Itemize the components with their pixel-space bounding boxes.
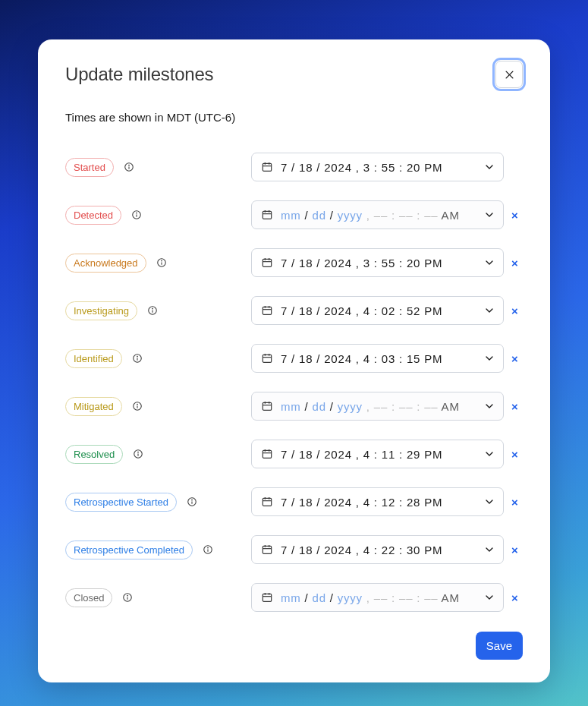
svg-rect-5 — [263, 163, 271, 171]
milestone-row-identified: Identified7 / 18 / 2024 , 4 : 03 : 15 PM… — [65, 344, 523, 373]
calendar-icon — [261, 257, 273, 269]
svg-rect-33 — [263, 355, 271, 362]
save-button[interactable]: Save — [476, 632, 523, 660]
milestone-pill-started: Started — [65, 158, 114, 177]
datetime-value: 7 / 18 / 2024 , 4 : 02 : 52 PM — [281, 304, 476, 317]
datetime-input-retro-completed[interactable]: 7 / 18 / 2024 , 4 : 22 : 30 PM — [251, 535, 504, 564]
modal-header: Update milestones — [65, 61, 523, 88]
milestone-row-started: Started7 / 18 / 2024 , 3 : 55 : 20 PM — [65, 153, 523, 181]
milestone-rows: Started7 / 18 / 2024 , 3 : 55 : 20 PMDet… — [65, 153, 523, 612]
calendar-icon — [261, 304, 273, 317]
svg-rect-68 — [263, 594, 271, 601]
svg-point-39 — [137, 404, 137, 405]
chevron-down-icon — [483, 496, 495, 508]
datetime-value: 7 / 18 / 2024 , 3 : 55 : 20 PM — [281, 161, 476, 174]
milestone-label-wrap: Acknowledged — [65, 254, 251, 273]
svg-rect-12 — [263, 211, 271, 219]
milestone-label-wrap: Closed — [65, 588, 251, 607]
datetime-input-detected[interactable]: mm / dd / yyyy , –– : –– : –– AM — [251, 200, 504, 229]
svg-point-32 — [137, 356, 137, 357]
milestone-label-wrap: Retrospective Started — [65, 493, 251, 512]
datetime-input-retro-started[interactable]: 7 / 18 / 2024 , 4 : 12 : 28 PM — [251, 487, 504, 516]
clear-button-closed[interactable]: × — [507, 591, 523, 604]
info-icon — [156, 257, 167, 268]
timezone-note: Times are shown in MDT (UTC-6) — [65, 111, 523, 124]
svg-point-67 — [127, 595, 128, 596]
milestone-label-wrap: Investigating — [65, 301, 251, 320]
clear-button-detected[interactable]: × — [507, 209, 523, 222]
svg-rect-19 — [263, 259, 271, 266]
clear-button-investigating[interactable]: × — [507, 304, 523, 317]
datetime-input-started[interactable]: 7 / 18 / 2024 , 3 : 55 : 20 PM — [251, 153, 504, 181]
milestone-row-retro-completed: Retrospective Completed7 / 18 / 2024 , 4… — [65, 535, 523, 564]
milestone-row-retro-started: Retrospective Started7 / 18 / 2024 , 4 :… — [65, 487, 523, 516]
svg-point-60 — [208, 547, 209, 548]
calendar-icon — [261, 161, 273, 173]
modal-actions: Save — [65, 632, 523, 660]
milestone-label-wrap: Started — [65, 158, 251, 177]
svg-rect-40 — [263, 402, 271, 410]
datetime-input-acknowledged[interactable]: 7 / 18 / 2024 , 3 : 55 : 20 PM — [251, 248, 504, 277]
milestone-pill-closed: Closed — [65, 588, 112, 607]
info-icon — [131, 210, 142, 220]
datetime-value: 7 / 18 / 2024 , 4 : 11 : 29 PM — [281, 448, 476, 461]
close-button[interactable] — [495, 61, 523, 88]
milestone-row-acknowledged: Acknowledged7 / 18 / 2024 , 3 : 55 : 20 … — [65, 248, 523, 277]
milestone-label-wrap: Identified — [65, 349, 251, 368]
chevron-down-icon — [483, 400, 495, 412]
close-icon — [504, 69, 515, 80]
milestone-row-mitigated: Mitigatedmm / dd / yyyy , –– : –– : –– A… — [65, 392, 523, 421]
datetime-placeholder: mm / dd / yyyy , –– : –– : –– AM — [281, 209, 476, 222]
svg-point-18 — [161, 260, 162, 261]
info-icon — [133, 449, 143, 459]
info-icon — [132, 353, 143, 364]
datetime-placeholder: mm / dd / yyyy , –– : –– : –– AM — [281, 400, 476, 413]
milestone-row-resolved: Resolved7 / 18 / 2024 , 4 : 11 : 29 PM× — [65, 440, 523, 468]
datetime-input-mitigated[interactable]: mm / dd / yyyy , –– : –– : –– AM — [251, 392, 504, 421]
info-icon — [147, 305, 158, 316]
clear-button-resolved[interactable]: × — [507, 448, 523, 461]
datetime-value: 7 / 18 / 2024 , 4 : 22 : 30 PM — [281, 544, 476, 556]
datetime-placeholder: mm / dd / yyyy , –– : –– : –– AM — [281, 591, 476, 604]
svg-point-11 — [137, 213, 137, 213]
svg-rect-54 — [263, 498, 271, 506]
datetime-input-resolved[interactable]: 7 / 18 / 2024 , 4 : 11 : 29 PM — [251, 440, 504, 468]
calendar-icon — [261, 496, 273, 508]
clear-button-acknowledged[interactable]: × — [507, 257, 523, 269]
clear-button-mitigated[interactable]: × — [507, 400, 523, 413]
milestone-label-wrap: Mitigated — [65, 397, 251, 416]
datetime-input-closed[interactable]: mm / dd / yyyy , –– : –– : –– AM — [251, 583, 504, 612]
datetime-input-identified[interactable]: 7 / 18 / 2024 , 4 : 03 : 15 PM — [251, 344, 504, 373]
clear-button-identified[interactable]: × — [507, 352, 523, 365]
clear-button-retro-completed[interactable]: × — [507, 544, 523, 556]
chevron-down-icon — [483, 304, 495, 317]
milestone-pill-retro-completed: Retrospective Completed — [65, 541, 193, 559]
info-icon — [203, 544, 213, 555]
svg-point-4 — [129, 165, 130, 165]
modal-title: Update milestones — [65, 64, 213, 85]
milestone-row-closed: Closedmm / dd / yyyy , –– : –– : –– AM× — [65, 583, 523, 612]
milestone-pill-acknowledged: Acknowledged — [65, 254, 146, 273]
milestone-pill-resolved: Resolved — [65, 445, 123, 464]
chevron-down-icon — [483, 257, 495, 269]
milestone-pill-retro-started: Retrospective Started — [65, 493, 177, 512]
milestone-pill-mitigated: Mitigated — [65, 397, 122, 416]
svg-point-53 — [192, 500, 193, 500]
clear-button-retro-started[interactable]: × — [507, 496, 523, 509]
datetime-value: 7 / 18 / 2024 , 4 : 12 : 28 PM — [281, 496, 476, 509]
datetime-value: 7 / 18 / 2024 , 4 : 03 : 15 PM — [281, 352, 476, 365]
chevron-down-icon — [483, 448, 495, 460]
calendar-icon — [261, 352, 273, 364]
info-icon — [132, 401, 143, 411]
info-icon — [187, 496, 197, 507]
milestone-pill-investigating: Investigating — [65, 301, 137, 320]
info-icon — [124, 162, 134, 172]
milestone-row-investigating: Investigating7 / 18 / 2024 , 4 : 02 : 52… — [65, 296, 523, 325]
calendar-icon — [261, 209, 273, 221]
milestone-label-wrap: Retrospective Completed — [65, 541, 251, 559]
chevron-down-icon — [483, 544, 495, 556]
info-icon — [122, 592, 133, 603]
chevron-down-icon — [483, 591, 495, 604]
svg-point-25 — [153, 308, 153, 309]
datetime-input-investigating[interactable]: 7 / 18 / 2024 , 4 : 02 : 52 PM — [251, 296, 504, 325]
